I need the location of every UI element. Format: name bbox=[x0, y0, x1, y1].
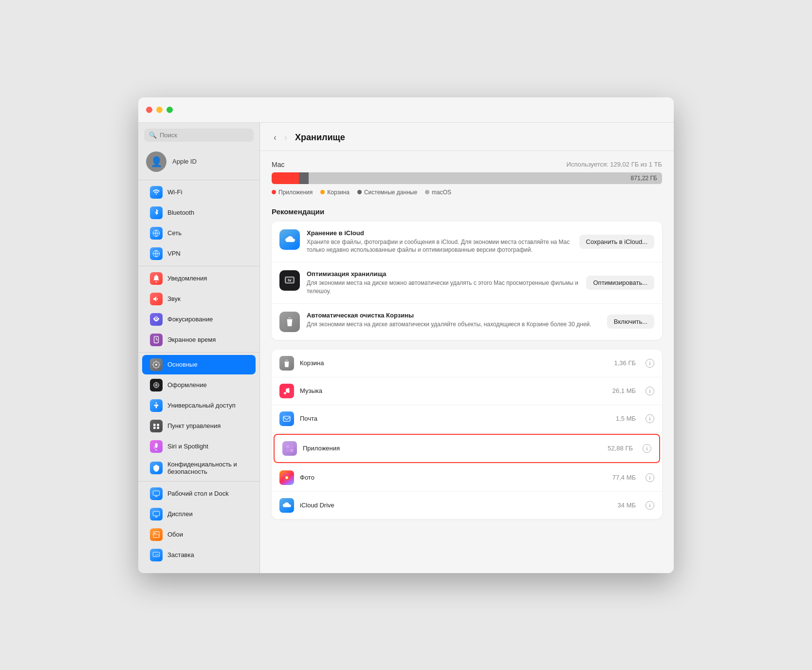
search-icon: 🔍 bbox=[149, 131, 157, 139]
notifications-icon bbox=[150, 272, 163, 285]
sidebar: 🔍 👤 Apple ID Wi-Fi Bluetooth bbox=[138, 123, 260, 573]
sidebar-item-displays[interactable]: Дисплеи bbox=[142, 504, 256, 524]
storage-row-size-mail: 1,5 МБ bbox=[616, 415, 636, 422]
recommendations-title: Рекомендации bbox=[272, 207, 662, 216]
apple-id-section[interactable]: 👤 Apple ID bbox=[138, 146, 259, 178]
sidebar-item-general[interactable]: Основные bbox=[142, 355, 256, 374]
sidebar-item-screensaver-label: Заставка bbox=[167, 551, 194, 558]
nav-back-button[interactable]: ‹ bbox=[272, 130, 278, 145]
legend-dot-system bbox=[357, 190, 362, 194]
legend-macos: macOS bbox=[425, 189, 451, 196]
rec-btn-trash[interactable]: Включить... bbox=[607, 315, 654, 329]
recommendations-list: Хранение в iCloud Храните все файлы, фот… bbox=[272, 222, 662, 340]
search-bar[interactable]: 🔍 bbox=[144, 129, 254, 142]
desktop-icon bbox=[150, 487, 163, 500]
sidebar-item-focus[interactable]: Фокусирование bbox=[142, 310, 256, 329]
sidebar-item-screentime[interactable]: Экранное время bbox=[142, 330, 256, 350]
rec-text-icloud: Хранение в iCloud Храните все файлы, фот… bbox=[307, 229, 572, 255]
titlebar bbox=[138, 97, 674, 123]
settings-window: 🔍 👤 Apple ID Wi-Fi Bluetooth bbox=[138, 97, 674, 573]
storage-row-mail[interactable]: Почта 1,5 МБ i bbox=[272, 405, 662, 433]
minimize-button[interactable] bbox=[156, 107, 163, 113]
sidebar-item-sound[interactable]: Звук bbox=[142, 289, 256, 309]
divider-3 bbox=[138, 352, 259, 353]
sidebar-item-appearance[interactable]: Оформление bbox=[142, 375, 256, 395]
storage-row-size-music: 26,1 МБ bbox=[612, 387, 636, 394]
content-area: 🔍 👤 Apple ID Wi-Fi Bluetooth bbox=[138, 123, 674, 573]
storage-row-photos[interactable]: Фото 77,4 МБ i bbox=[272, 464, 662, 492]
sidebar-item-wallpaper[interactable]: Обои bbox=[142, 525, 256, 544]
maximize-button[interactable] bbox=[166, 107, 173, 113]
search-input[interactable] bbox=[160, 131, 249, 139]
legend-system: Системные данные bbox=[357, 189, 417, 196]
rec-btn-optimize[interactable]: Оптимизировать... bbox=[586, 276, 654, 290]
sidebar-item-notifications[interactable]: Уведомления bbox=[142, 269, 256, 288]
legend-apps-label: Приложения bbox=[278, 189, 313, 196]
sidebar-item-desktop[interactable]: Рабочий стол и Dock bbox=[142, 484, 256, 503]
svg-rect-11 bbox=[157, 427, 159, 429]
rec-btn-icloud[interactable]: Сохранить в iCloud... bbox=[579, 235, 654, 249]
rec-desc-icloud: Храните все файлы, фотографии и сообщени… bbox=[307, 238, 572, 255]
sidebar-item-screentime-label: Экранное время bbox=[167, 336, 216, 343]
svg-rect-31 bbox=[286, 448, 289, 451]
divider-4 bbox=[138, 481, 259, 482]
info-btn-photos[interactable]: i bbox=[646, 473, 654, 482]
svg-rect-10 bbox=[153, 427, 156, 429]
storage-row-icon-mail bbox=[279, 411, 294, 426]
rec-item-trash: Автоматическая очистка Корзины Для эконо… bbox=[272, 304, 662, 340]
info-btn-apps[interactable]: i bbox=[643, 444, 651, 453]
rec-icon-trash-rec bbox=[279, 312, 300, 332]
svg-rect-19 bbox=[153, 552, 159, 557]
close-button[interactable] bbox=[146, 107, 152, 113]
sidebar-item-general-label: Основные bbox=[167, 361, 198, 368]
svg-rect-9 bbox=[157, 424, 159, 426]
bar-free-label: 871,22 ГБ bbox=[631, 175, 657, 182]
sidebar-item-vpn[interactable]: VPN bbox=[142, 244, 256, 263]
rec-item-optimize: tv Оптимизация хранилища Для экономии ме… bbox=[272, 262, 662, 304]
info-btn-trash[interactable]: i bbox=[646, 359, 654, 368]
sidebar-item-screensaver[interactable]: Заставка bbox=[142, 545, 256, 565]
sidebar-item-network[interactable]: Сеть bbox=[142, 223, 256, 243]
svg-rect-28 bbox=[283, 416, 290, 421]
bluetooth-icon bbox=[150, 206, 163, 219]
storage-row-trash[interactable]: Корзина 1,36 ГБ i bbox=[272, 350, 662, 377]
displays-icon bbox=[150, 508, 163, 521]
storage-row-name-photos: Фото bbox=[300, 474, 607, 481]
main-header: ‹ › Хранилище bbox=[260, 123, 674, 151]
storage-row-size-apps: 52,88 ГБ bbox=[608, 445, 633, 452]
sidebar-item-accessibility[interactable]: Универсальный доступ bbox=[142, 396, 256, 415]
storage-row-music[interactable]: Музыка 26,1 МБ i bbox=[272, 377, 662, 405]
legend-macos-label: macOS bbox=[432, 189, 451, 196]
info-btn-mail[interactable]: i bbox=[646, 414, 654, 423]
page-title: Хранилище bbox=[295, 132, 345, 143]
rec-text-optimize: Оптимизация хранилища Для экономии места… bbox=[307, 270, 579, 296]
sidebar-item-privacy[interactable]: Конфиденциальность и безопасность bbox=[142, 457, 256, 479]
network-icon bbox=[150, 227, 163, 240]
svg-point-34 bbox=[286, 476, 288, 479]
info-btn-icloud[interactable]: i bbox=[646, 501, 654, 510]
storage-row-icloud[interactable]: iCloud Drive 34 МБ i bbox=[272, 492, 662, 519]
sidebar-item-controlcenter[interactable]: Пункт управления bbox=[142, 416, 256, 436]
sidebar-item-wallpaper-label: Обои bbox=[167, 531, 183, 538]
info-btn-music[interactable]: i bbox=[646, 387, 654, 395]
storage-row-name-icloud: iCloud Drive bbox=[300, 502, 612, 509]
rec-icon-tv: tv bbox=[279, 270, 300, 291]
nav-fwd-button[interactable]: › bbox=[282, 130, 289, 145]
svg-rect-32 bbox=[290, 448, 293, 451]
sidebar-item-wifi[interactable]: Wi-Fi bbox=[142, 183, 256, 202]
bar-apps bbox=[272, 172, 299, 184]
rec-item-icloud: Хранение в iCloud Храните все файлы, фот… bbox=[272, 222, 662, 263]
sidebar-item-notifications-label: Уведомления bbox=[167, 275, 207, 282]
sidebar-item-bluetooth[interactable]: Bluetooth bbox=[142, 203, 256, 223]
main-content: ‹ › Хранилище Mac Используется: 129,02 Г… bbox=[260, 123, 674, 573]
svg-text:tv: tv bbox=[288, 279, 291, 282]
storage-row-apps[interactable]: Приложения 52,88 ГБ i bbox=[274, 434, 660, 463]
sidebar-item-desktop-label: Рабочий стол и Dock bbox=[167, 490, 229, 497]
storage-row-icon-trash bbox=[279, 356, 294, 371]
sidebar-item-vpn-label: VPN bbox=[167, 250, 181, 257]
storage-row-icon-photos bbox=[279, 470, 294, 485]
storage-section: Mac Используется: 129,02 ГБ из 1 ТБ 871,… bbox=[272, 161, 662, 196]
sidebar-item-siri[interactable]: Siri и Spotlight bbox=[142, 437, 256, 456]
rec-icon-icloud bbox=[279, 229, 300, 250]
storage-row-name-mail: Почта bbox=[300, 415, 610, 422]
